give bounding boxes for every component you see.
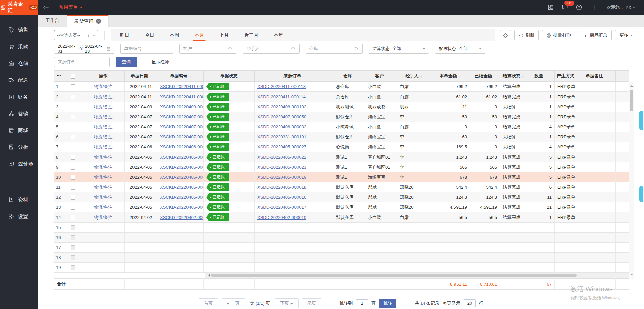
jump-button[interactable]: 跳转 [379, 299, 396, 308]
query-plan-select[interactable]: --查询方案-- + [54, 30, 98, 40]
row-checkbox[interactable] [71, 155, 75, 160]
doc-no-input[interactable]: 单据编号 [120, 44, 173, 54]
date-preset-3[interactable]: 本月 [195, 32, 204, 38]
doc-no-link[interactable]: XSCKD-20220407-000… [160, 114, 204, 119]
tab-workbench[interactable]: 工作台 [38, 15, 67, 27]
sidebar-item-main-6[interactable]: 商城 [0, 122, 38, 139]
row-checkbox[interactable] [71, 95, 75, 99]
date-range-input[interactable]: 2022-04-01 至 2022-04-13 [54, 44, 114, 54]
close-tab-icon[interactable]: ✕ [96, 19, 101, 24]
row-checkbox[interactable] [71, 84, 75, 89]
sort-icon[interactable]: ↑↓ [459, 75, 460, 78]
source-order-link[interactable]: XSDD-20220411-000114 [257, 94, 306, 99]
select-all-checkbox[interactable] [71, 74, 75, 79]
sort-icon[interactable]: ↑↓ [493, 75, 495, 78]
logistics-remark-links[interactable]: 物流/备注 [94, 195, 113, 200]
scroll-left-arrow-icon[interactable] [207, 274, 210, 277]
sidebar-item-main-3[interactable]: 配送 [0, 72, 38, 88]
column-header-1[interactable]: 单据日期↑↓ [125, 71, 157, 82]
table-row[interactable]: 12物流/备注2022-04-05XSCKD-20220405-000…已记账X… [54, 192, 629, 202]
sort-icon[interactable]: ↑↓ [150, 75, 151, 78]
warehouse-input[interactable]: 仓库 [306, 44, 363, 54]
source-order-link[interactable]: XSDD-20220407-000050 [257, 114, 306, 119]
logistics-remark-links[interactable]: 物流/备注 [94, 124, 113, 129]
doc-no-link[interactable]: XSCKD-20220405-000… [160, 185, 204, 190]
column-header-4[interactable]: 来源订单↑↓ [255, 71, 333, 82]
row-checkbox[interactable] [71, 125, 75, 129]
table-row[interactable]: 14物流/备注2022-04-02XSCKD-20220402-000…已记账X… [54, 212, 629, 223]
doc-no-link[interactable]: XSCKD-20220411-000… [160, 84, 204, 89]
more-button[interactable]: 更多 [615, 30, 637, 40]
source-order-link[interactable]: XSDD-20220405-000019 [257, 175, 306, 180]
row-checkbox[interactable] [71, 105, 75, 109]
next-page-button[interactable]: 下页▶ [275, 298, 299, 308]
sidebar-item-main-8[interactable]: 驾驶舱 [0, 156, 38, 172]
table-row[interactable]: 8物流/备注2022-04-05XSCKD-20220405-000…已记账XS… [54, 152, 629, 162]
date-preset-0[interactable]: 昨日 [120, 32, 129, 38]
sidebar-item-secondary-1[interactable]: 设置 [0, 208, 38, 225]
column-header-13[interactable]: 单据备注↑↓ [576, 71, 616, 82]
row-checkbox[interactable] [71, 215, 75, 220]
delivery-status-select[interactable]: 配送状态 全部 [435, 44, 485, 54]
table-vertical-scrollbar[interactable] [629, 82, 634, 279]
sort-icon[interactable]: ↑↓ [420, 75, 422, 78]
source-order-link[interactable]: XSDD-20220408-000102 [257, 104, 306, 109]
source-order-link[interactable]: XSDD-20220411-000113 [257, 84, 306, 89]
source-order-input[interactable]: 来源订单 [54, 57, 110, 67]
source-order-link[interactable]: XSDD-20220402-000010 [257, 215, 306, 220]
logistics-remark-links[interactable]: 物流/备注 [94, 175, 113, 180]
date-preset-2[interactable]: 本周 [170, 32, 179, 38]
source-order-link[interactable]: XSDD-20220405-000023 [257, 165, 306, 170]
column-header-2[interactable]: 单据编号↑↓ [157, 71, 204, 82]
logistics-remark-links[interactable]: 物流/备注 [94, 144, 113, 149]
goods-summary-button[interactable]: 商品汇总 [579, 30, 612, 40]
sidebar-item-main-4[interactable]: 财务 [0, 88, 38, 105]
table-row[interactable]: 10物流/备注2022-04-05XSCKD-20220405-000…已记账X… [54, 172, 629, 182]
source-order-link[interactable]: XSDD-20220405-000017 [257, 205, 306, 210]
sort-icon[interactable]: ↑↓ [303, 75, 304, 78]
doc-no-link[interactable]: XSCKD-20220402-000… [160, 215, 204, 220]
doc-no-link[interactable]: XSCKD-20220406-000… [160, 144, 204, 149]
date-preset-4[interactable]: 上月 [219, 32, 229, 38]
table-row[interactable]: 6物流/备注2022-04-07XSCKD-20220407-000…已记账XS… [54, 132, 629, 142]
table-row[interactable]: 11物流/备注2022-04-05XSCKD-20220405-000…已记账X… [54, 182, 629, 192]
show-red-checkbox[interactable] [145, 60, 149, 64]
logistics-remark-links[interactable]: 物流/备注 [94, 84, 113, 89]
doc-no-link[interactable]: XSCKD-20220405-000… [160, 195, 204, 200]
doc-no-link[interactable]: XSCKD-20220411-000… [160, 94, 204, 99]
row-checkbox[interactable] [71, 205, 75, 210]
column-settings-header[interactable] [54, 71, 64, 82]
column-header-8[interactable]: 本单金额↑↓ [430, 71, 470, 82]
search-button[interactable]: 查询 [116, 57, 137, 67]
scroll-down-arrow-icon[interactable] [630, 274, 633, 277]
logistics-remark-links[interactable]: 物流/备注 [94, 104, 113, 109]
sort-icon[interactable]: ↑↓ [189, 75, 191, 78]
logistics-remark-links[interactable]: 物流/备注 [94, 114, 113, 119]
source-order-link[interactable]: XSDD-20220405-000022 [257, 154, 306, 160]
table-row[interactable]: 3物流/备注2022-04-09XSCKD-20220409-000…已记账XS… [54, 102, 629, 112]
table-row[interactable]: 5物流/备注2022-04-07XSCKD-20220407-000…已记账XS… [54, 122, 629, 132]
user-menu[interactable]: 欢迎您， PX [607, 4, 635, 10]
doc-no-link[interactable]: XSCKD-20220405-000… [160, 154, 204, 160]
doc-no-link[interactable]: XSCKD-20220407-000… [160, 124, 204, 129]
row-checkbox[interactable] [71, 145, 75, 149]
table-row[interactable]: 1物流/备注2022-04-11XSCKD-20220411-000…已记账XS… [54, 82, 629, 92]
sort-icon[interactable]: ↑↓ [604, 75, 606, 78]
add-plan-icon[interactable]: + [87, 33, 90, 38]
source-order-link[interactable]: XSDD-20220405-000027 [257, 144, 306, 149]
sort-icon[interactable]: ↑↓ [522, 75, 523, 78]
sidebar-item-main-7[interactable]: 分析 [0, 139, 38, 156]
logistics-remark-links[interactable]: 物流/备注 [94, 205, 113, 210]
scroll-up-arrow-icon[interactable] [630, 84, 633, 87]
doc-no-link[interactable]: XSCKD-20220407-000… [160, 134, 204, 139]
column-header-7[interactable]: 经手人↑↓ [397, 71, 430, 82]
search-icon[interactable] [228, 46, 233, 51]
sidebar-item-main-2[interactable]: 仓储 [0, 55, 38, 72]
sort-icon[interactable]: ↑↓ [545, 75, 546, 78]
table-row[interactable]: 2物流/备注2022-04-11XSCKD-20220411-000…已记账XS… [54, 92, 629, 102]
collapse-sidebar-icon[interactable] [43, 4, 49, 10]
search-icon[interactable] [291, 46, 296, 51]
prev-page-button[interactable]: ◀上页 [222, 298, 246, 308]
table-row[interactable]: 4物流/备注2022-04-07XSCKD-20220407-000…已记账XS… [54, 112, 629, 122]
date-preset-5[interactable]: 近三月 [244, 32, 258, 38]
